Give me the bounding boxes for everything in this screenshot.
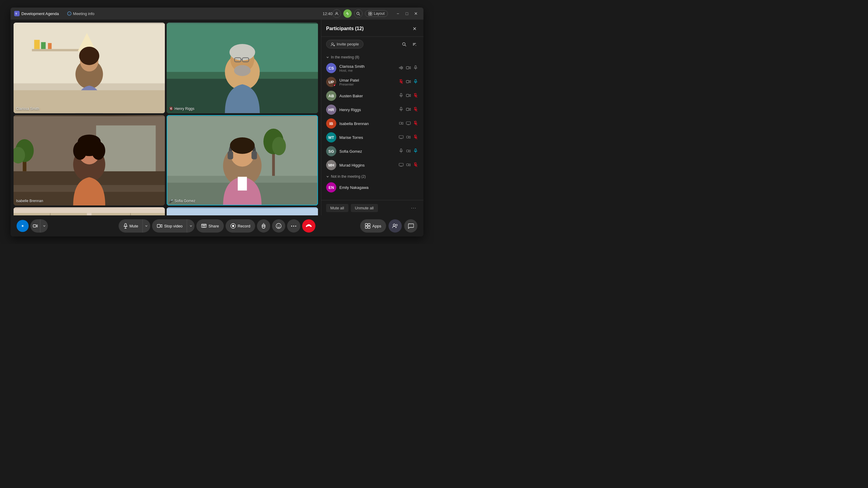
video-tile-sofia[interactable]: 🎤 Sofia Gomez: [167, 115, 318, 206]
camera-mode-button[interactable]: [30, 219, 40, 233]
svg-rect-113: [399, 122, 401, 124]
chevron-down-icon-2: [326, 175, 329, 178]
participant-row-clarissa[interactable]: CS Clarissa Smith Host, me: [321, 61, 424, 75]
participant-info-sofia: Sofia Gomez: [339, 149, 395, 154]
participant-row-emily[interactable]: EN Emily Nakagawa: [321, 181, 424, 194]
not-in-meeting-section-header[interactable]: Not in the meeting (2): [321, 172, 424, 181]
participant-info-murad: Murad Higgins: [339, 163, 395, 167]
video-tile-henry[interactable]: 🔇 Henry Riggs: [167, 23, 318, 113]
search-icon-btn[interactable]: [354, 9, 363, 18]
svg-point-153: [279, 225, 280, 226]
app-title[interactable]: T Development Agenda: [14, 11, 59, 16]
participants-panel: Participants (12) ✕ Invite people: [321, 20, 424, 216]
svg-rect-114: [406, 122, 410, 124]
participant-row-umar[interactable]: UP P Umar Patel Presenter: [321, 75, 424, 89]
svg-rect-127: [401, 149, 402, 151]
apps-button[interactable]: Apps: [360, 219, 386, 233]
svg-rect-130: [415, 149, 416, 151]
raise-hand-button[interactable]: [257, 219, 270, 233]
more-options-toolbar-button[interactable]: ⋯: [287, 219, 300, 233]
svg-rect-13: [41, 42, 45, 49]
title-bar: T Development Agenda i Meeting info 12:4…: [10, 7, 424, 20]
participant-row-marise[interactable]: MT Marise Torres: [321, 130, 424, 144]
chat-button[interactable]: [404, 219, 417, 233]
record-button[interactable]: Record: [226, 219, 255, 233]
close-button[interactable]: ✕: [412, 10, 420, 18]
participants-button[interactable]: [389, 219, 402, 233]
svg-rect-54: [251, 151, 257, 159]
title-bar-right: Layout − □ ✕: [333, 9, 420, 18]
audio-wave-icon: [399, 66, 404, 70]
people-icon-btn[interactable]: [333, 9, 341, 18]
video-cam-icon: [406, 66, 411, 70]
controls-sofia: [398, 149, 418, 154]
reactions-button[interactable]: [272, 219, 285, 233]
reactions-icon: [276, 223, 281, 229]
invite-people-button[interactable]: Invite people: [326, 40, 364, 48]
screen-isabella: [405, 121, 411, 126]
mic-marise: [412, 135, 418, 140]
svg-rect-90: [401, 66, 402, 70]
svg-rect-92: [406, 67, 409, 69]
share-button[interactable]: Share: [196, 219, 224, 233]
sort-icon: [412, 42, 416, 46]
stop-video-split-button: Stop video: [152, 219, 194, 233]
end-call-button[interactable]: [302, 219, 315, 233]
svg-rect-14: [48, 43, 52, 49]
camera-mode-split[interactable]: [30, 219, 48, 233]
bottom-toolbar: Mute Stop video: [10, 216, 424, 236]
video-icon-clarissa: [405, 66, 411, 70]
cortana-button[interactable]: [17, 220, 29, 232]
svg-rect-142: [33, 225, 36, 227]
unmute-all-button[interactable]: Unmute all: [351, 204, 378, 212]
video-tile-marise[interactable]: 🔇 Marise Torres: [13, 207, 165, 216]
meeting-info-button[interactable]: i Meeting info: [65, 10, 97, 17]
stop-video-main-button[interactable]: Stop video: [152, 219, 187, 233]
minimize-button[interactable]: −: [394, 10, 402, 18]
video-tile-umar[interactable]: Umar Patel: [167, 207, 318, 216]
cortana-icon: [20, 223, 26, 229]
svg-rect-154: [365, 224, 367, 226]
not-in-meeting-label: Not in the meeting (2): [331, 174, 366, 178]
svg-rect-12: [34, 40, 39, 49]
participant-row-sofia-list[interactable]: SG Sofia Gomez: [321, 144, 424, 158]
title-bar-left: T Development Agenda i Meeting info: [14, 10, 322, 17]
svg-rect-88: [399, 67, 400, 68]
video-area: Clarissa Smith: [10, 20, 321, 216]
window-controls: − □ ✕: [394, 10, 420, 18]
mute-chevron[interactable]: [142, 219, 150, 233]
avatar-marise: MT: [326, 132, 336, 142]
participant-row-austen[interactable]: AB Austen Baker: [321, 89, 424, 103]
video-tile-isabelle[interactable]: Isabelle Brennan: [13, 115, 165, 206]
camera-mode-chevron[interactable]: [40, 219, 48, 233]
mic-active-icon: [414, 79, 417, 84]
video-bg-henry: [167, 23, 318, 113]
svg-rect-123: [407, 136, 409, 138]
mic-henry: [412, 107, 418, 113]
participant-row-isabella[interactable]: IB Isabella Brennan: [321, 117, 424, 130]
in-meeting-section-header[interactable]: In the meeting (8): [321, 53, 424, 61]
audio-henry: [398, 107, 404, 113]
search-participants-button[interactable]: [400, 40, 408, 48]
maximize-button[interactable]: □: [403, 10, 411, 18]
svg-rect-99: [415, 79, 416, 82]
panel-close-button[interactable]: ✕: [410, 24, 418, 33]
layout-button[interactable]: Layout: [365, 10, 388, 17]
participant-info-umar: Umar Patel Presenter: [339, 78, 395, 86]
stop-video-chevron[interactable]: [187, 219, 195, 233]
mute-all-button[interactable]: Mute all: [326, 204, 348, 212]
svg-rect-107: [401, 107, 402, 110]
video-icon-umar: [405, 80, 411, 84]
sort-participants-button[interactable]: [410, 40, 418, 48]
participant-row-henry[interactable]: HR Henry Riggs: [321, 103, 424, 117]
share-icon: [201, 224, 207, 228]
apps-label: Apps: [372, 224, 381, 228]
activity-icon-btn[interactable]: [343, 9, 352, 18]
mute-main-button[interactable]: Mute: [119, 219, 143, 233]
in-meeting-label: In the meeting (8): [331, 55, 359, 59]
svg-rect-157: [368, 226, 370, 228]
more-options-button[interactable]: ⋯: [408, 203, 418, 213]
video-tile-clarissa[interactable]: Clarissa Smith: [13, 23, 165, 113]
app-window: T Development Agenda i Meeting info 12:4…: [10, 7, 424, 236]
participant-row-murad[interactable]: MH Murad Higgins: [321, 158, 424, 172]
